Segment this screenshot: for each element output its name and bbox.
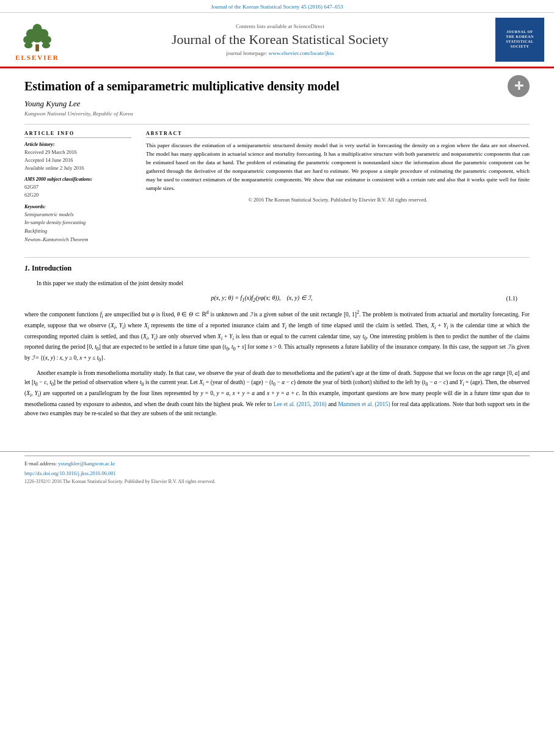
intro-number: 1. [24,264,30,272]
abstract-copyright: © 2016 The Korean Statistical Society. P… [146,197,530,203]
ams-code-1: 62G07 [24,183,131,191]
journal-center-header: Contents lists available at ScienceDirec… [72,23,488,56]
received-date: Received 29 March 2016 [24,148,131,156]
author-name: Young Kyung Lee [24,99,530,109]
intro-title: 1. Introduction [24,264,530,273]
journal-title: Journal of the Korean Statistical Societ… [72,32,488,48]
available-date: Available online 2 July 2016 [24,164,131,172]
footer-copyright: 1226-3192/© 2016 The Korean Statistical … [24,479,530,484]
elsevier-tree-icon [19,23,56,53]
divider-after-author [24,124,530,125]
accepted-date: Accepted 14 June 2016 [24,156,131,164]
intro-para-3: Another example is from mesothelioma mor… [24,369,530,418]
paper-title-section: ✛ Estimation of a semiparametric multipl… [24,78,530,94]
main-content: ✛ Estimation of a semiparametric multipl… [0,68,554,433]
abstract-text: This paper discusses the estimation of a… [146,142,530,193]
svg-point-7 [24,43,32,49]
svg-point-4 [32,33,42,42]
keywords-list: Semiparametric models In-sample density … [24,211,131,244]
keyword-4: Newton–Kantorovich Theorem [24,236,131,244]
footer-section: E-mail address: youngklee@kangwon.ac.kr … [0,451,554,490]
email-label: E-mail address: [24,460,57,467]
intro-section: 1. Introduction In this paper we study t… [24,264,530,418]
journal-citation-bar: Journal of the Korean Statistical Societ… [0,0,554,13]
history-label: Article history: [24,142,131,147]
article-history-block: Article history: Received 29 March 2016 … [24,142,131,172]
journal-citation: Journal of the Korean Statistical Societ… [211,4,343,10]
mammen-2015-ref[interactable]: Mammen et al. (2015) [338,401,390,407]
author-affiliation: Kangwon National University, Republic of… [24,111,530,117]
email-link[interactable]: youngklee@kangwon.ac.kr [58,460,115,467]
intro-title-text: Introduction [32,264,71,272]
intro-para-1: In this paper we study the estimation of… [24,279,530,288]
keyword-2: In-sample density forecasting [24,219,131,227]
ams-code-2: 62G20 [24,191,131,199]
body-divider [24,257,530,258]
abstract-heading: Abstract [146,131,530,138]
footer-divider [24,456,530,456]
svg-point-8 [42,43,50,49]
keyword-1: Semiparametric models [24,211,131,219]
svg-point-5 [41,35,51,43]
homepage-label: journal homepage: [226,50,267,56]
jkss-logo-text: JOURNAL OFTHE KOREANSTATISTICALSOCIETY [506,30,534,49]
intro-para-2: where the component functions fi are uns… [24,309,530,364]
elsevier-logo: ELSEVIER [10,18,65,61]
ams-label: AMS 2000 subject classifications: [24,176,131,182]
article-info-heading: Article Info [24,131,131,138]
email-footnote: E-mail address: youngklee@kangwon.ac.kr [24,460,530,468]
keywords-block: Keywords: Semiparametric models In-sampl… [24,204,131,244]
equation-block: p(x, y; θ) = f1(x)f2(yφ(x; θ)), (x, y) ∈… [24,294,530,303]
keywords-label: Keywords: [24,204,131,209]
ams-block: AMS 2000 subject classifications: 62G07 … [24,176,131,199]
doi-link[interactable]: http://dx.doi.org/10.1016/j.jkss.2016.06… [24,470,116,476]
lee-2015-2016-ref[interactable]: Lee et al. (2015, 2016) [274,401,327,407]
keyword-3: Backfitting [24,227,131,236]
svg-rect-6 [35,45,39,52]
jkss-logo: JOURNAL OFTHE KOREANSTATISTICALSOCIETY [495,18,544,62]
equation-text: p(x, y; θ) = f1(x)f2(yφ(x; θ)), (x, y) ∈… [211,294,312,301]
abstract-col: Abstract This paper discusses the estima… [146,131,530,249]
article-info-abstract-row: Article Info Article history: Received 2… [24,131,530,249]
equation-content: p(x, y; θ) = f1(x)f2(yφ(x; θ)), (x, y) ∈… [37,294,487,303]
crossmark-icon: ✛ [508,75,530,97]
homepage-url[interactable]: www.elsevier.com/locate/jkss [269,50,334,56]
equation-number: (1.1) [487,296,517,302]
sciencedirect-text: Contents lists available at ScienceDirec… [236,23,324,29]
elsevier-brand-text: ELSEVIER [15,54,59,61]
paper-title: Estimation of a semiparametric multiplic… [24,78,530,94]
article-info-col: Article Info Article history: Received 2… [24,131,131,249]
homepage-line: journal homepage: www.elsevier.com/locat… [72,50,488,56]
sciencedirect-link: Contents lists available at ScienceDirec… [72,23,488,29]
journal-header: ELSEVIER Contents lists available at Sci… [0,13,554,68]
jkss-logo-box: JOURNAL OFTHE KOREANSTATISTICALSOCIETY [495,18,544,62]
crossmark-logo: ✛ [508,75,530,97]
